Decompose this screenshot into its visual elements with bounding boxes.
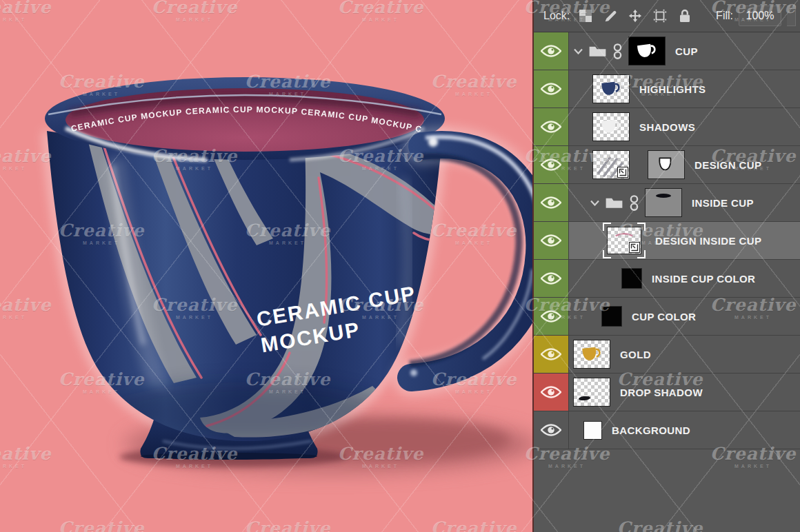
layer-row-design-cup[interactable]: DESIGN CUP bbox=[534, 146, 800, 184]
layer-label: INSIDE CUP COLOR bbox=[652, 273, 755, 285]
layers-panel-empty-area bbox=[534, 449, 800, 532]
layer-thumbnail[interactable] bbox=[645, 188, 682, 217]
layer-visibility-toggle[interactable] bbox=[534, 184, 569, 221]
lock-image-pixels-icon[interactable] bbox=[601, 7, 619, 25]
layer-row-cup[interactable]: CUP bbox=[534, 32, 800, 70]
lock-position-icon[interactable] bbox=[626, 7, 644, 25]
eye-icon bbox=[541, 158, 561, 172]
layers-panel: Lock: Fill: 100% bbox=[532, 0, 800, 532]
fill-input[interactable]: 100% bbox=[739, 6, 781, 26]
folder-icon bbox=[605, 196, 623, 209]
fill-dropdown-arrow[interactable] bbox=[787, 6, 796, 26]
folder-icon bbox=[588, 45, 607, 58]
layer-thumbnail[interactable] bbox=[573, 340, 610, 369]
layer-list: CUP HIGHLIGHTS SHADOWS DESIGN CUP INSIDE… bbox=[534, 32, 800, 449]
mockup-canvas: CERAMIC CUP MOCKUP CERAMIC CUP MOCKUP CE… bbox=[0, 0, 532, 532]
eye-icon bbox=[541, 120, 561, 134]
layers-options-bar: Lock: Fill: 100% bbox=[534, 0, 800, 32]
layer-visibility-toggle[interactable] bbox=[534, 222, 569, 259]
link-icon bbox=[613, 42, 622, 61]
color-fill-swatch[interactable] bbox=[601, 306, 622, 327]
lock-label: Lock: bbox=[543, 10, 570, 22]
eye-icon bbox=[541, 44, 561, 58]
fill-label: Fill: bbox=[716, 10, 733, 22]
layer-thumbnail[interactable] bbox=[592, 150, 630, 179]
selected-thumbnail-frame bbox=[603, 223, 646, 258]
layer-visibility-toggle[interactable] bbox=[534, 411, 569, 449]
layer-row-highlights[interactable]: HIGHLIGHTS bbox=[534, 70, 800, 108]
layer-thumbnail[interactable] bbox=[592, 74, 630, 103]
layer-visibility-toggle[interactable] bbox=[534, 146, 569, 183]
layer-label: DROP SHADOW bbox=[620, 387, 703, 398]
layer-row-design-inside-cup[interactable]: DESIGN INSIDE CUP bbox=[534, 222, 800, 260]
screenshot-root: CERAMIC CUP MOCKUP CERAMIC CUP MOCKUP CE… bbox=[0, 0, 800, 532]
layer-thumbnail[interactable] bbox=[628, 37, 666, 65]
ceramic-cup-artwork: CERAMIC CUP MOCKUP CERAMIC CUP MOCKUP CE… bbox=[0, 0, 532, 532]
layer-thumbnail[interactable] bbox=[573, 378, 610, 407]
layer-visibility-toggle[interactable] bbox=[534, 108, 569, 145]
layer-visibility-toggle[interactable] bbox=[534, 374, 569, 411]
layer-label: BACKGROUND bbox=[612, 424, 690, 436]
eye-icon bbox=[541, 234, 561, 247]
eye-icon bbox=[541, 385, 561, 399]
layer-visibility-toggle[interactable] bbox=[534, 260, 569, 297]
chevron-down-icon[interactable] bbox=[573, 48, 583, 54]
layer-row-cup-color[interactable]: CUP COLOR bbox=[534, 298, 800, 336]
smart-object-badge-icon bbox=[617, 167, 628, 178]
fill-value: 100% bbox=[746, 10, 774, 22]
color-fill-swatch[interactable] bbox=[621, 268, 642, 289]
eye-icon bbox=[541, 347, 561, 361]
layer-row-shadows[interactable]: SHADOWS bbox=[534, 108, 800, 146]
eye-icon bbox=[541, 196, 561, 209]
layer-row-background[interactable]: BACKGROUND bbox=[534, 411, 800, 449]
layer-label: DESIGN INSIDE CUP bbox=[655, 235, 761, 247]
layer-visibility-toggle[interactable] bbox=[534, 336, 569, 373]
layer-label: SHADOWS bbox=[639, 121, 695, 133]
eye-icon bbox=[541, 423, 561, 437]
chevron-down-icon[interactable] bbox=[590, 200, 600, 206]
layer-mask-thumbnail[interactable] bbox=[648, 150, 685, 179]
layer-row-inside-cup-color[interactable]: INSIDE CUP COLOR bbox=[534, 260, 800, 298]
lock-transparent-pixels-icon[interactable] bbox=[577, 7, 594, 25]
layer-row-inside-cup[interactable]: INSIDE CUP bbox=[534, 184, 800, 222]
lock-all-icon[interactable] bbox=[676, 7, 694, 25]
layer-label: DESIGN CUP bbox=[694, 159, 761, 171]
inside-cup-opening-glyph bbox=[656, 194, 671, 198]
layer-label: GOLD bbox=[620, 349, 651, 360]
eye-icon bbox=[541, 309, 561, 323]
layer-label: HIGHLIGHTS bbox=[639, 83, 706, 95]
layer-label: INSIDE CUP bbox=[692, 197, 754, 209]
link-icon bbox=[630, 194, 639, 212]
eye-icon bbox=[541, 272, 561, 285]
layer-row-gold[interactable]: GOLD bbox=[534, 336, 800, 374]
layer-row-drop-shadow[interactable]: DROP SHADOW bbox=[534, 374, 800, 411]
lock-artboard-icon[interactable] bbox=[651, 7, 669, 25]
layer-visibility-toggle[interactable] bbox=[534, 298, 569, 335]
layer-label: CUP COLOR bbox=[632, 311, 696, 323]
layer-thumbnail[interactable] bbox=[607, 227, 641, 254]
layer-visibility-toggle[interactable] bbox=[534, 70, 569, 108]
shadow-smudge-glyph bbox=[579, 396, 591, 401]
eye-icon bbox=[541, 82, 561, 96]
color-fill-swatch[interactable] bbox=[583, 421, 602, 440]
layer-thumbnail[interactable] bbox=[592, 112, 630, 141]
layer-label: CUP bbox=[675, 45, 698, 57]
layer-visibility-toggle[interactable] bbox=[534, 32, 569, 70]
